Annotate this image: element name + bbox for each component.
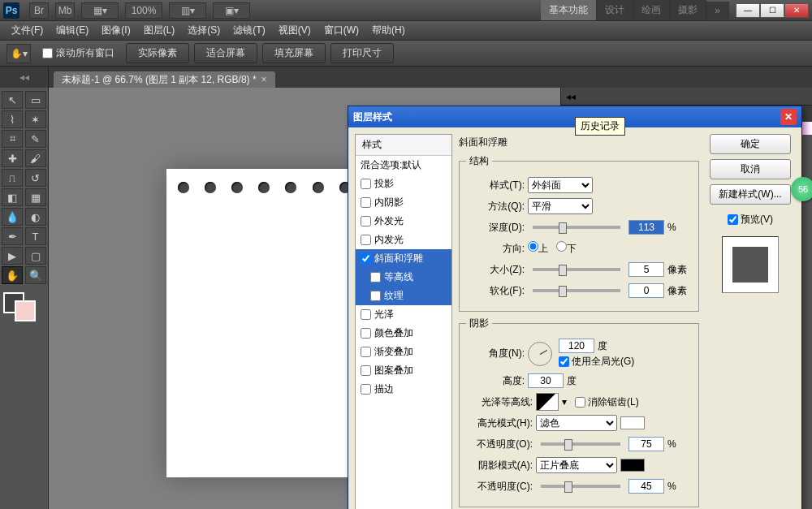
menu-help[interactable]: 帮助(H) [365, 20, 412, 41]
bridge-icon[interactable]: Br [29, 2, 49, 19]
history-brush-tool[interactable]: ↺ [25, 169, 46, 187]
style-texture[interactable]: 纹理 [356, 287, 451, 305]
eyedropper-tool[interactable]: ✎ [25, 130, 46, 148]
ok-button[interactable]: 确定 [710, 134, 791, 154]
soften-input[interactable] [628, 283, 664, 298]
workspace-tab-paint[interactable]: 绘画 [633, 0, 670, 20]
style-select[interactable]: 外斜面 [528, 177, 593, 193]
dialog-close-icon[interactable]: ✕ [780, 109, 797, 125]
lasso-tool[interactable]: ⌇ [2, 110, 23, 128]
style-bevel-emboss[interactable]: 斜面和浮雕 [356, 249, 451, 268]
minibridge-icon[interactable]: Mb [55, 2, 75, 19]
workspace-more-icon[interactable]: » [706, 2, 729, 19]
highlight-color-chip[interactable] [620, 416, 645, 429]
angle-input[interactable] [559, 339, 594, 353]
maximize-button[interactable]: ☐ [760, 3, 784, 18]
anti-alias-checkbox[interactable]: 消除锯齿(L) [575, 395, 639, 409]
brush-tool[interactable]: 🖌 [25, 149, 46, 167]
notification-badge[interactable]: 56 [791, 177, 812, 201]
direction-down-radio[interactable]: 下 [556, 241, 577, 256]
altitude-input[interactable] [528, 373, 564, 388]
type-tool[interactable]: T [25, 227, 46, 245]
style-pattern-overlay[interactable]: 图案叠加 [356, 361, 451, 380]
zoom-level-field[interactable]: 100% [125, 2, 162, 19]
scroll-all-windows-checkbox[interactable]: 滚动所有窗口 [42, 46, 114, 60]
blending-options[interactable]: 混合选项:默认 [356, 156, 451, 175]
background-color[interactable] [15, 300, 36, 321]
crop-tool[interactable]: ⌗ [2, 130, 23, 148]
menu-view[interactable]: 视图(V) [272, 20, 317, 41]
rect-marquee-tool[interactable]: ▭ [25, 91, 46, 109]
blur-tool[interactable]: 💧 [2, 208, 23, 226]
menu-layer[interactable]: 图层(L) [137, 20, 182, 41]
style-contour[interactable]: 等高线 [356, 268, 451, 287]
technique-select[interactable]: 平滑 [528, 198, 593, 214]
size-input[interactable] [628, 262, 664, 277]
hand-tool-icon[interactable]: ✋▾ [6, 44, 31, 63]
workspace-tab-design[interactable]: 设计 [597, 0, 633, 20]
style-color-overlay[interactable]: 颜色叠加 [356, 324, 451, 343]
style-satin[interactable]: 光泽 [356, 305, 451, 324]
workspace-tab-photo[interactable]: 摄影 [670, 0, 706, 20]
menu-filter[interactable]: 滤镜(T) [227, 20, 271, 41]
style-gradient-overlay[interactable]: 渐变叠加 [356, 343, 451, 361]
actual-pixels-button[interactable]: 实际像素 [126, 43, 189, 63]
preview-checkbox[interactable]: 预览(V) [728, 213, 773, 226]
dodge-tool[interactable]: ◐ [25, 208, 46, 226]
shape-tool[interactable]: ▢ [25, 247, 46, 265]
depth-unit: % [667, 222, 692, 233]
color-swatches[interactable] [2, 291, 46, 323]
depth-slider[interactable] [533, 226, 620, 229]
fill-screen-button[interactable]: 填充屏幕 [262, 43, 326, 63]
doc-close-icon[interactable]: × [261, 74, 267, 85]
close-button[interactable]: ✕ [784, 3, 809, 18]
cancel-button[interactable]: 取消 [710, 159, 791, 179]
fit-screen-button[interactable]: 适合屏幕 [194, 43, 257, 63]
pen-tool[interactable]: ✒ [2, 227, 23, 245]
highlight-opacity-slider[interactable] [541, 442, 620, 446]
screen-mode-dropdown[interactable]: ▣▾ [213, 2, 250, 19]
dock-collapse-icon[interactable]: ◂◂ [0, 67, 49, 88]
style-inner-shadow[interactable]: 内阴影 [356, 193, 451, 212]
angle-dial[interactable] [528, 342, 552, 366]
zoom-tool[interactable]: 🔍 [25, 266, 46, 284]
style-outer-glow[interactable]: 外发光 [356, 212, 451, 231]
path-select-tool[interactable]: ▶ [2, 247, 23, 265]
panel-collapse-strip[interactable]: ◂◂ [561, 88, 812, 106]
menu-edit[interactable]: 编辑(E) [50, 20, 95, 41]
print-size-button[interactable]: 打印尺寸 [330, 43, 394, 63]
size-slider[interactable] [533, 268, 620, 271]
eraser-tool[interactable]: ◧ [2, 188, 23, 206]
global-light-checkbox[interactable]: 使用全局光(G) [559, 355, 634, 369]
gloss-contour-picker[interactable] [536, 393, 559, 411]
highlight-opacity-input[interactable] [628, 437, 664, 451]
direction-up-radio[interactable]: 上 [528, 241, 548, 256]
move-tool[interactable]: ↖ [2, 91, 23, 109]
arrange-docs-dropdown[interactable]: ▥▾ [169, 2, 206, 19]
view-extras-dropdown[interactable]: ▦▾ [81, 2, 119, 19]
shadow-opacity-input[interactable] [628, 479, 664, 494]
style-stroke[interactable]: 描边 [356, 380, 451, 399]
quick-select-tool[interactable]: ✶ [25, 110, 46, 128]
healing-tool[interactable]: ✚ [2, 149, 23, 167]
gradient-tool[interactable]: ▦ [25, 188, 46, 206]
menu-select[interactable]: 选择(S) [181, 20, 227, 41]
hand-tool[interactable]: ✋ [2, 266, 23, 284]
minimize-button[interactable]: — [736, 3, 760, 18]
highlight-mode-select[interactable]: 滤色 [536, 415, 617, 431]
menu-file[interactable]: 文件(F) [5, 20, 50, 41]
clone-tool[interactable]: ⎍ [2, 169, 23, 187]
style-inner-glow[interactable]: 内发光 [356, 231, 451, 249]
shadow-opacity-slider[interactable] [541, 485, 620, 488]
new-style-button[interactable]: 新建样式(W)... [710, 184, 791, 205]
menu-image[interactable]: 图像(I) [95, 20, 136, 41]
shadow-color-chip[interactable] [620, 459, 645, 472]
soften-slider[interactable] [533, 289, 620, 292]
document-tab[interactable]: 未标题-1 @ 66.7% (图层 1 副本 12, RGB/8) * × [54, 71, 275, 88]
shadow-mode-select[interactable]: 正片叠底 [536, 457, 617, 473]
workspace-tab-basic[interactable]: 基本功能 [541, 0, 597, 20]
depth-input[interactable] [628, 220, 664, 235]
style-drop-shadow[interactable]: 投影 [356, 175, 451, 193]
styles-header[interactable]: 样式 [356, 135, 451, 156]
menu-window[interactable]: 窗口(W) [317, 20, 365, 41]
